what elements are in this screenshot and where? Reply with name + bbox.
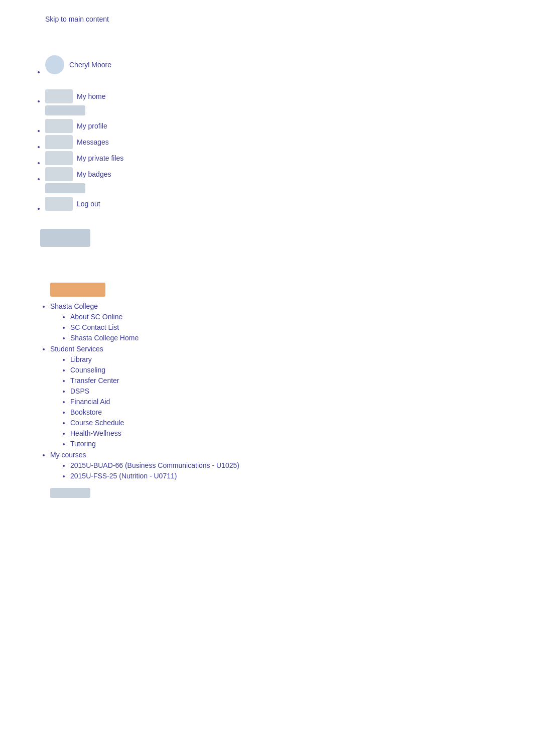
dsps-link[interactable]: DSPS bbox=[70, 387, 89, 395]
nav-counseling: Counseling bbox=[70, 366, 533, 374]
nav-course-buad66: 2015U-BUAD-66 (Business Communications -… bbox=[70, 461, 533, 469]
nav-orange-item bbox=[50, 283, 533, 298]
my-profile-icon bbox=[45, 119, 73, 133]
nav-bookstore: Bookstore bbox=[70, 408, 533, 416]
my-private-files-item: My private files bbox=[45, 151, 533, 165]
messages-icon bbox=[45, 135, 73, 149]
blank-item-1 bbox=[45, 105, 533, 117]
my-profile-item: My profile bbox=[45, 119, 533, 133]
log-out-link[interactable]: Log out bbox=[77, 200, 100, 208]
nav-health-wellness: Health-Wellness bbox=[70, 429, 533, 437]
nav-course-fss25: 2015U-FSS-25 (Nutrition - U0711) bbox=[70, 472, 533, 480]
my-badges-link[interactable]: My badges bbox=[77, 170, 111, 178]
nav-bottom-blank bbox=[50, 484, 533, 499]
nav-orange-block bbox=[50, 283, 105, 297]
nav-sc-contact-list: SC Contact List bbox=[70, 323, 533, 331]
skip-to-main-link[interactable]: Skip to main content bbox=[45, 15, 109, 23]
nav-student-services: Student Services Library Counseling Tran… bbox=[50, 345, 533, 448]
messages-item: Messages bbox=[45, 135, 533, 149]
about-sc-online-link[interactable]: About SC Online bbox=[70, 313, 122, 321]
my-private-files-link[interactable]: My private files bbox=[77, 154, 123, 162]
my-private-files-icon bbox=[45, 151, 73, 165]
nav-my-courses: My courses 2015U-BUAD-66 (Business Commu… bbox=[50, 451, 533, 480]
nav-shasta-college: Shasta College About SC Online SC Contac… bbox=[50, 302, 533, 342]
course-schedule-link[interactable]: Course Schedule bbox=[70, 419, 124, 427]
site-logo bbox=[40, 229, 90, 247]
course-fss25-link[interactable]: 2015U-FSS-25 (Nutrition - U0711) bbox=[70, 472, 177, 480]
counseling-link[interactable]: Counseling bbox=[70, 366, 105, 374]
nav-transfer-center: Transfer Center bbox=[70, 376, 533, 385]
financial-aid-link[interactable]: Financial Aid bbox=[70, 398, 110, 406]
nav-dsps: DSPS bbox=[70, 387, 533, 395]
blank-item-2 bbox=[45, 183, 533, 195]
nav-course-schedule: Course Schedule bbox=[70, 419, 533, 427]
log-out-item: Log out bbox=[45, 197, 533, 211]
user-name-link[interactable]: Cheryl Moore bbox=[69, 61, 111, 69]
messages-link[interactable]: Messages bbox=[77, 138, 109, 146]
my-badges-item: My badges bbox=[45, 167, 533, 181]
tutoring-link[interactable]: Tutoring bbox=[70, 440, 96, 448]
my-home-link[interactable]: My home bbox=[77, 92, 106, 100]
library-link[interactable]: Library bbox=[70, 355, 92, 363]
nav-shasta-college-home: Shasta College Home bbox=[70, 334, 533, 342]
my-home-icon bbox=[45, 89, 73, 103]
student-services-link[interactable]: Student Services bbox=[50, 345, 103, 353]
my-profile-link[interactable]: My profile bbox=[77, 122, 107, 130]
shasta-college-home-link[interactable]: Shasta College Home bbox=[70, 334, 139, 342]
health-wellness-link[interactable]: Health-Wellness bbox=[70, 429, 121, 437]
transfer-center-link[interactable]: Transfer Center bbox=[70, 376, 119, 385]
course-buad66-link[interactable]: 2015U-BUAD-66 (Business Communications -… bbox=[70, 461, 239, 469]
user-avatar bbox=[45, 55, 64, 74]
bookstore-link[interactable]: Bookstore bbox=[70, 408, 102, 416]
my-home-item: My home bbox=[45, 89, 533, 103]
nav-tutoring: Tutoring bbox=[70, 440, 533, 448]
nav-financial-aid: Financial Aid bbox=[70, 398, 533, 406]
nav-library: Library bbox=[70, 355, 533, 363]
user-name-item: Cheryl Moore bbox=[45, 55, 533, 74]
sc-contact-list-link[interactable]: SC Contact List bbox=[70, 323, 119, 331]
my-badges-icon bbox=[45, 167, 73, 181]
my-courses-link[interactable]: My courses bbox=[50, 451, 86, 459]
log-out-icon bbox=[45, 197, 73, 211]
nav-about-sc-online: About SC Online bbox=[70, 313, 533, 321]
shasta-college-link[interactable]: Shasta College bbox=[50, 302, 98, 310]
